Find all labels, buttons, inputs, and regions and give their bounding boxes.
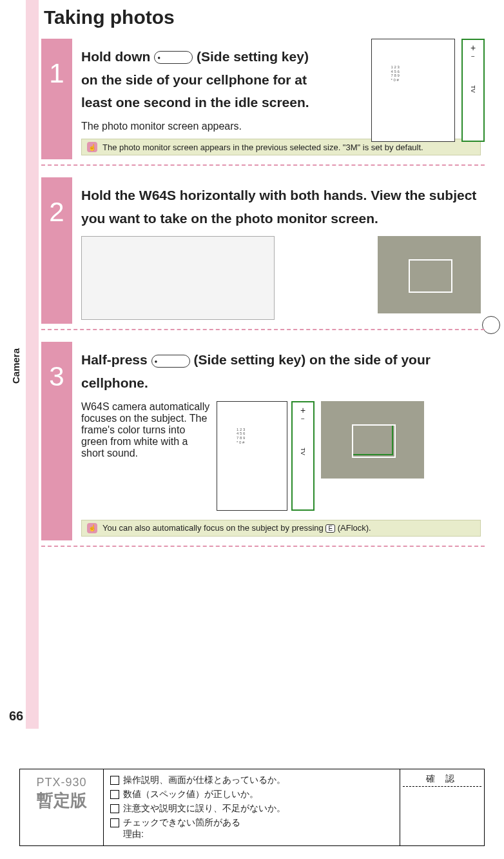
- step-heading: Half-press (Side setting key) on the sid…: [81, 348, 481, 394]
- e-key-icon: E: [325, 524, 335, 533]
- phone-illustration-group: 1 2 34 5 67 8 9* 0 # + − TV: [217, 401, 315, 511]
- check-label: チェックできない箇所がある: [123, 817, 240, 827]
- note-before: You can also automatically focus on the …: [102, 523, 325, 533]
- side-key-callout: + − TV: [461, 39, 485, 142]
- step-body: Hold down (Side setting key) on the side…: [72, 39, 485, 159]
- step-divider: [41, 164, 485, 166]
- step-body: Hold the W64S horizontally with both han…: [72, 177, 485, 324]
- minus-icon: −: [293, 415, 313, 422]
- check-row: 数値（スペック値）が正しいか。: [110, 789, 393, 800]
- side-setting-key-icon: [151, 355, 190, 368]
- note-after: (AFlock).: [338, 523, 371, 533]
- checkbox-icon[interactable]: [110, 776, 119, 785]
- heading-text-before: Half-press: [81, 352, 151, 367]
- check-label-group: チェックできない箇所がある 理由:: [123, 817, 240, 840]
- side-setting-key-icon: [154, 51, 193, 64]
- step-number: 1: [41, 39, 72, 159]
- step-3: 3 Half-press (Side setting key) on the s…: [41, 342, 485, 540]
- step-divider: [41, 329, 485, 330]
- page-number: 66: [9, 709, 23, 724]
- step-1: 1 Hold down (Side setting key) on the si…: [41, 39, 485, 159]
- tentative-label: 暫定版: [23, 789, 101, 812]
- main-content: Taking photos 1 Hold down (Side setting …: [41, 0, 485, 558]
- page-edge-marker: [482, 316, 500, 334]
- hand-point-icon: ☝: [87, 523, 97, 533]
- photo-preview-white-frame: [378, 236, 481, 313]
- step-number: 3: [41, 342, 72, 540]
- illustration-row: [81, 236, 481, 320]
- footer-model-col: PTX-930 暫定版: [20, 769, 104, 845]
- page-title: Taking photos: [44, 6, 485, 28]
- step-divider: [41, 546, 485, 547]
- step-2: 2 Hold the W64S horizontally with both h…: [41, 177, 485, 324]
- tv-label: TV: [300, 448, 306, 455]
- note-text: The photo monitor screen appears in the …: [102, 143, 423, 152]
- footer-confirm-col: 確 認: [400, 769, 484, 845]
- phone-keypad-illustration: 1 2 34 5 67 8 9* 0 #: [237, 428, 245, 444]
- note-box: ☝ You can also automatically focus on th…: [81, 520, 481, 537]
- focus-frame-green: [352, 424, 393, 455]
- phone-illustration: 1 2 34 5 67 8 9* 0 #: [217, 401, 287, 511]
- note-text: You can also automatically focus on the …: [102, 523, 371, 533]
- heading-text-before: Hold down: [81, 49, 154, 64]
- side-color-stripe: [26, 0, 39, 729]
- checkbox-icon[interactable]: [110, 804, 119, 813]
- plus-icon: +: [463, 43, 483, 53]
- step-number: 2: [41, 177, 72, 324]
- side-key-callout: + − TV: [291, 401, 315, 511]
- plus-icon: +: [293, 405, 313, 415]
- phone-illustration-group: 1 2 34 5 67 8 9* 0 # + − TV: [371, 39, 485, 142]
- reason-label: 理由:: [123, 829, 144, 839]
- side-tab-camera: Camera: [10, 348, 21, 384]
- minus-icon: −: [463, 53, 483, 60]
- phone-illustration: 1 2 34 5 67 8 9* 0 #: [371, 39, 455, 142]
- checkbox-icon[interactable]: [110, 818, 119, 827]
- check-label: 数値（スペック値）が正しいか。: [123, 789, 258, 800]
- horizontal-phone-illustration: [81, 236, 275, 320]
- confirm-label: 確 認: [403, 772, 481, 787]
- photo-preview-green-frame: [321, 401, 424, 479]
- check-label: 注意文や説明文に誤り、不足がないか。: [123, 803, 286, 815]
- check-row: 注意文や説明文に誤り、不足がないか。: [110, 803, 393, 815]
- hand-point-icon: ☝: [87, 142, 97, 152]
- review-footer: PTX-930 暫定版 操作説明、画面が仕様とあっているか。 数値（スペック値）…: [19, 769, 485, 846]
- footer-checklist-col: 操作説明、画面が仕様とあっているか。 数値（スペック値）が正しいか。 注意文や説…: [104, 769, 400, 845]
- checkbox-icon[interactable]: [110, 790, 119, 799]
- step-heading: Hold the W64S horizontally with both han…: [81, 184, 481, 230]
- check-label: 操作説明、画面が仕様とあっているか。: [123, 775, 286, 786]
- check-row: チェックできない箇所がある 理由:: [110, 817, 393, 840]
- step3-row: W64S camera automatically focuses on the…: [81, 401, 481, 511]
- check-row: 操作説明、画面が仕様とあっているか。: [110, 775, 393, 786]
- step-heading: Hold down (Side setting key) on the side…: [81, 45, 313, 114]
- step-subtext: W64S camera automatically focuses on the…: [81, 401, 210, 459]
- tv-label: TV: [470, 85, 476, 93]
- model-code: PTX-930: [23, 776, 101, 789]
- phone-keypad-illustration: 1 2 34 5 67 8 9* 0 #: [391, 65, 400, 82]
- step-body: Half-press (Side setting key) on the sid…: [72, 342, 485, 540]
